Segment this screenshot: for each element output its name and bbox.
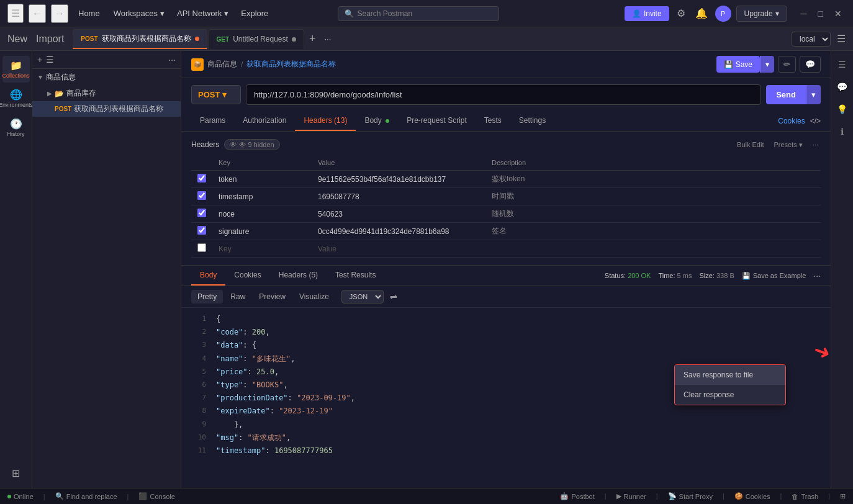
row-desc-cell[interactable]: 时间戳 <box>485 188 821 205</box>
settings-icon[interactable]: ⚙ <box>674 5 688 22</box>
method-select[interactable]: POST ▾ <box>191 85 241 104</box>
row-checkbox-1[interactable] <box>197 191 206 200</box>
resp-format-preview[interactable]: Preview <box>253 290 292 304</box>
resp-tab-body[interactable]: Body <box>191 266 225 286</box>
tab-params[interactable]: Params <box>191 111 234 131</box>
find-replace-button[interactable]: 🔍 Find and replace <box>55 492 117 500</box>
collection-item-active[interactable]: POST 获取商品列表根据商品名称 <box>32 101 181 117</box>
url-input[interactable] <box>246 84 761 105</box>
new-tab-button[interactable]: New <box>5 31 30 47</box>
api-network-link[interactable]: API Network ▾ <box>173 9 232 18</box>
row-key-cell[interactable]: signature <box>212 223 312 240</box>
start-proxy-button[interactable]: 📡 Start Proxy <box>668 492 713 500</box>
tab-tests[interactable]: Tests <box>476 111 510 131</box>
sidebar-item-add[interactable]: ⊞ <box>2 464 30 483</box>
explore-link[interactable]: Explore <box>237 9 272 18</box>
tab-body[interactable]: Body <box>356 111 398 131</box>
row-checkbox-3[interactable] <box>197 226 206 235</box>
row-value-cell[interactable]: 1695087778 <box>312 188 485 205</box>
send-more-button[interactable]: ▾ <box>806 85 821 104</box>
environment-select[interactable]: local <box>792 32 831 47</box>
row-desc-cell[interactable]: 签名 <box>485 223 821 240</box>
collection-sub-folder[interactable]: ▶ 📂 商品库存 <box>32 86 181 101</box>
hamburger-menu-icon[interactable]: ☰ <box>7 4 24 23</box>
tab-authorization[interactable]: Authorization <box>234 111 295 131</box>
invite-button[interactable]: 👤 Invite <box>625 6 669 21</box>
resp-tab-headers[interactable]: Headers (5) <box>270 266 327 286</box>
cookies-status-button[interactable]: 🍪 Cookies <box>734 492 770 500</box>
online-status[interactable]: Online <box>7 493 34 500</box>
resp-tab-test-results[interactable]: Test Results <box>327 266 384 286</box>
row-value-cell[interactable]: Value <box>312 240 485 258</box>
upgrade-button[interactable]: Upgrade ▾ <box>736 6 787 22</box>
more-tabs-button[interactable]: ··· <box>320 34 335 43</box>
grid-button[interactable]: ⊞ <box>840 492 846 500</box>
row-value-cell[interactable]: 0cc4d99e4d9941d19c324de7881b6a98 <box>312 223 485 240</box>
runner-button[interactable]: ▶ Runner <box>616 492 646 500</box>
bell-icon[interactable]: 🔔 <box>693 5 710 22</box>
row-checkbox-4[interactable] <box>197 243 206 252</box>
row-value-cell[interactable]: 9e11562e553b4f56af43a1e81dcbb137 <box>312 171 485 188</box>
wrap-icon[interactable]: ⇌ <box>390 292 397 302</box>
forward-icon[interactable]: → <box>51 4 68 23</box>
sidebar-item-environments[interactable]: 🌐 Environments <box>2 85 30 112</box>
row-key-cell[interactable]: timestamp <box>212 188 312 205</box>
maximize-button[interactable]: □ <box>815 7 827 20</box>
add-collection-icon[interactable]: + <box>37 55 42 65</box>
sidebar-item-collections[interactable]: 📁 Collections <box>2 56 30 83</box>
code-snippet-icon[interactable]: </> <box>810 117 821 125</box>
response-more-button[interactable]: ··· <box>813 271 821 281</box>
row-desc-cell[interactable] <box>485 240 821 258</box>
tab-post-request[interactable]: POST 获取商品列表根据商品名称 <box>73 29 207 49</box>
avatar[interactable]: P <box>715 6 731 22</box>
json-format-select[interactable]: JSON <box>341 290 384 304</box>
save-button[interactable]: 💾 Save <box>716 56 760 73</box>
resp-format-pretty[interactable]: Pretty <box>191 290 223 304</box>
sort-icon[interactable]: ☰ <box>46 55 54 65</box>
trash-button[interactable]: 🗑 Trash <box>792 492 818 500</box>
row-desc-cell[interactable]: 鉴权token <box>485 171 821 188</box>
workspaces-link[interactable]: Workspaces ▾ <box>110 9 168 18</box>
send-button[interactable]: Send <box>766 85 806 104</box>
tab-pre-request[interactable]: Pre-request Script <box>398 111 476 131</box>
back-icon[interactable]: ← <box>29 4 46 23</box>
comment-icon[interactable]: 💬 <box>800 56 821 73</box>
close-button[interactable]: ✕ <box>831 7 846 20</box>
sidebar-right-layout-icon[interactable]: ☰ <box>834 56 850 73</box>
tab-get-request[interactable]: GET Untitled Request <box>209 29 304 49</box>
sidebar-right-info-icon[interactable]: ℹ <box>837 123 847 140</box>
minimize-button[interactable]: ─ <box>797 7 811 20</box>
home-link[interactable]: Home <box>73 9 105 18</box>
postbot-button[interactable]: 🤖 Postbot <box>560 492 594 500</box>
resp-tab-cookies[interactable]: Cookies <box>225 266 269 286</box>
row-checkbox-0[interactable] <box>197 174 206 182</box>
row-key-cell[interactable]: token <box>212 171 312 188</box>
environment-settings-icon[interactable]: ☰ <box>834 30 848 47</box>
presets-button[interactable]: Presets ▾ <box>771 140 805 150</box>
more-headers-icon[interactable]: ··· <box>810 140 821 150</box>
resp-format-visualize[interactable]: Visualize <box>293 290 335 304</box>
add-tab-button[interactable]: + <box>305 32 320 45</box>
row-desc-cell[interactable]: 随机数 <box>485 205 821 223</box>
breadcrumb-parent[interactable]: 商品信息 <box>207 59 237 70</box>
save-as-example-button[interactable]: 💾 Save as Example <box>742 272 806 280</box>
bulk-edit-button[interactable]: Bulk Edit <box>734 140 766 150</box>
dropdown-item-save-file[interactable]: Save response to file <box>675 365 785 385</box>
tab-settings[interactable]: Settings <box>510 111 554 131</box>
row-key-cell[interactable]: noce <box>212 205 312 223</box>
sidebar-right-comment-icon[interactable]: 💬 <box>833 78 851 96</box>
console-button[interactable]: ⬛ Console <box>138 492 174 500</box>
save-more-button[interactable]: ▾ <box>760 56 774 73</box>
row-value-cell[interactable]: 540623 <box>312 205 485 223</box>
hidden-headers-badge[interactable]: 👁 👁 9 hidden <box>224 139 279 150</box>
search-bar[interactable]: 🔍 Search Postman <box>338 6 499 21</box>
edit-icon[interactable]: ✏ <box>778 56 796 73</box>
dropdown-item-clear-response[interactable]: Clear response <box>675 385 785 405</box>
row-key-cell[interactable]: Key <box>212 240 312 258</box>
cookies-link[interactable]: Cookies <box>778 117 805 125</box>
sidebar-item-history[interactable]: 🕐 History <box>2 114 30 141</box>
collection-group-goods[interactable]: ▼ 商品信息 <box>32 69 181 86</box>
panel-more-icon[interactable]: ··· <box>168 55 176 65</box>
resp-format-raw[interactable]: Raw <box>224 290 251 304</box>
tab-headers[interactable]: Headers (13) <box>295 111 356 131</box>
